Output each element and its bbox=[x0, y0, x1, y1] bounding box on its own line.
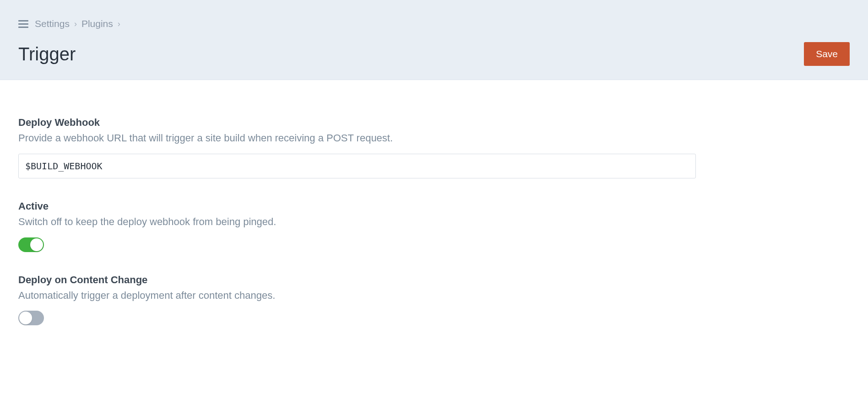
field-deploy-on-content-change: Deploy on Content Change Automatically t… bbox=[18, 274, 696, 326]
field-description: Provide a webhook URL that will trigger … bbox=[18, 131, 696, 145]
field-deploy-webhook: Deploy Webhook Provide a webhook URL tha… bbox=[18, 117, 696, 178]
active-toggle[interactable] bbox=[18, 237, 44, 252]
breadcrumb: Settings › Plugins › bbox=[35, 18, 120, 29]
breadcrumb-link-settings[interactable]: Settings bbox=[35, 18, 70, 29]
toggle-knob bbox=[30, 238, 43, 251]
chevron-right-icon: › bbox=[74, 19, 77, 29]
field-label: Deploy on Content Change bbox=[18, 274, 696, 286]
breadcrumb-row: Settings › Plugins › bbox=[18, 18, 850, 29]
breadcrumb-link-plugins[interactable]: Plugins bbox=[81, 18, 113, 29]
field-description: Switch off to keep the deploy webhook fr… bbox=[18, 215, 696, 229]
save-button[interactable]: Save bbox=[804, 42, 850, 66]
field-active: Active Switch off to keep the deploy web… bbox=[18, 200, 696, 252]
deploy-webhook-input[interactable] bbox=[18, 154, 696, 178]
title-row: Trigger Save bbox=[18, 42, 850, 66]
page-header: Settings › Plugins › Trigger Save bbox=[0, 0, 868, 80]
field-description: Automatically trigger a deployment after… bbox=[18, 289, 696, 303]
chevron-right-icon: › bbox=[118, 19, 120, 29]
field-label: Active bbox=[18, 200, 696, 212]
content-area: Deploy Webhook Provide a webhook URL tha… bbox=[0, 80, 714, 366]
toggle-knob bbox=[19, 312, 32, 324]
page-title: Trigger bbox=[18, 44, 76, 65]
deploy-on-change-toggle[interactable] bbox=[18, 311, 44, 325]
field-label: Deploy Webhook bbox=[18, 117, 696, 129]
hamburger-menu-icon[interactable] bbox=[18, 19, 28, 29]
